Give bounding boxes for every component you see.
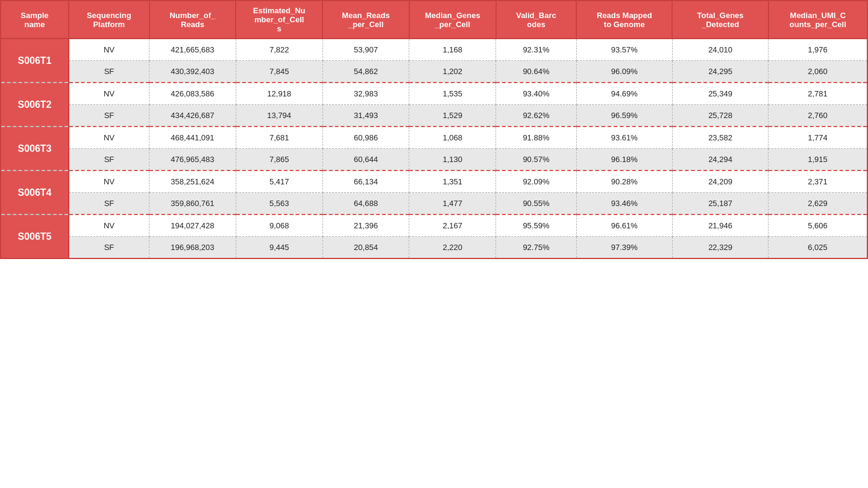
data-cell: 94.69%: [576, 83, 672, 105]
data-cell: 91.88%: [496, 127, 577, 149]
data-cell: 23,582: [672, 127, 768, 149]
data-cell: 468,441,091: [149, 127, 236, 149]
data-cell: 194,027,428: [149, 214, 236, 237]
data-cell: 7,865: [236, 149, 322, 171]
data-cell: 96.18%: [576, 149, 672, 171]
data-cell: 1,535: [409, 83, 496, 105]
data-cell: 64,688: [322, 193, 409, 215]
data-cell: 22,329: [672, 237, 768, 259]
data-cell: 476,965,483: [149, 149, 236, 171]
data-cell: 1,130: [409, 149, 496, 171]
data-cell: SF: [69, 105, 149, 127]
data-cell: NV: [69, 39, 149, 61]
data-cell: 31,493: [322, 105, 409, 127]
header-cell-1: Sequencing Platform: [69, 1, 149, 39]
data-cell: 359,860,761: [149, 193, 236, 215]
data-cell: 25,728: [672, 105, 768, 127]
data-cell: 66,134: [322, 170, 409, 193]
header-cell-2: Number_of_ Reads: [149, 1, 236, 39]
data-cell: 13,794: [236, 105, 322, 127]
data-cell: NV: [69, 127, 149, 149]
data-cell: 1,774: [769, 127, 867, 149]
data-cell: 2,371: [769, 170, 867, 193]
data-cell: 93.46%: [576, 193, 672, 215]
header-cell-7: Reads Mapped to Genome: [576, 1, 672, 39]
data-cell: 97.39%: [576, 237, 672, 259]
data-cell: 60,986: [322, 127, 409, 149]
table-row: SF434,426,68713,79431,4931,52992.62%96.5…: [1, 105, 867, 127]
table-row: SF476,965,4837,86560,6441,13090.57%96.18…: [1, 149, 867, 171]
data-cell: 1,477: [409, 193, 496, 215]
data-cell: 24,010: [672, 39, 768, 61]
data-cell: 90.57%: [496, 149, 577, 171]
data-cell: 90.28%: [576, 170, 672, 193]
header-cell-8: Total_Genes _Detected: [672, 1, 768, 39]
data-cell: 1,976: [769, 39, 867, 61]
data-cell: 60,644: [322, 149, 409, 171]
data-cell: 92.62%: [496, 105, 577, 127]
data-cell: 20,854: [322, 237, 409, 259]
data-cell: 5,563: [236, 193, 322, 215]
data-cell: NV: [69, 170, 149, 193]
data-cell: NV: [69, 83, 149, 105]
sample-cell-3: S006T4: [1, 170, 69, 214]
header-cell-5: Median_Genes _per_Cell: [409, 1, 496, 39]
data-table: Sample nameSequencing PlatformNumber_of_…: [0, 0, 868, 259]
data-cell: 1,168: [409, 39, 496, 61]
header-cell-4: Mean_Reads _per_Cell: [322, 1, 409, 39]
data-cell: 92.31%: [496, 39, 577, 61]
data-cell: 430,392,403: [149, 61, 236, 83]
data-cell: 358,251,624: [149, 170, 236, 193]
data-cell: 96.59%: [576, 105, 672, 127]
data-cell: 9,068: [236, 214, 322, 237]
data-cell: 2,220: [409, 237, 496, 259]
data-cell: 25,187: [672, 193, 768, 215]
data-cell: 32,983: [322, 83, 409, 105]
data-cell: 7,822: [236, 39, 322, 61]
data-cell: 1,068: [409, 127, 496, 149]
data-cell: 96.61%: [576, 214, 672, 237]
data-cell: 2,629: [769, 193, 867, 215]
data-cell: 7,845: [236, 61, 322, 83]
data-cell: SF: [69, 149, 149, 171]
data-cell: 21,946: [672, 214, 768, 237]
data-cell: 24,209: [672, 170, 768, 193]
data-cell: 92.75%: [496, 237, 577, 259]
data-cell: 2,760: [769, 105, 867, 127]
table-row: S006T5NV194,027,4289,06821,3962,16795.59…: [1, 214, 867, 237]
header-cell-0: Sample name: [1, 1, 69, 39]
table-row: SF430,392,4037,84554,8621,20290.64%96.09…: [1, 61, 867, 83]
data-cell: 6,025: [769, 237, 867, 259]
data-cell: 21,396: [322, 214, 409, 237]
data-cell: 426,083,586: [149, 83, 236, 105]
table-row: S006T3NV468,441,0917,68160,9861,06891.88…: [1, 127, 867, 149]
sample-cell-2: S006T3: [1, 127, 69, 170]
data-cell: SF: [69, 193, 149, 215]
data-cell: SF: [69, 61, 149, 83]
data-cell: 93.40%: [496, 83, 577, 105]
data-cell: 196,968,203: [149, 237, 236, 259]
data-cell: 24,294: [672, 149, 768, 171]
table-row: S006T4NV358,251,6245,41766,1341,35192.09…: [1, 170, 867, 193]
data-cell: 5,606: [769, 214, 867, 237]
data-cell: 421,665,683: [149, 39, 236, 61]
data-cell: SF: [69, 237, 149, 259]
table-row: S006T2NV426,083,58612,91832,9831,53593.4…: [1, 83, 867, 105]
data-cell: 2,060: [769, 61, 867, 83]
data-cell: 1,202: [409, 61, 496, 83]
data-cell: 434,426,687: [149, 105, 236, 127]
table-row: S006T1NV421,665,6837,82253,9071,16892.31…: [1, 39, 867, 61]
table-row: SF196,968,2039,44520,8542,22092.75%97.39…: [1, 237, 867, 259]
data-cell: 12,918: [236, 83, 322, 105]
table-wrapper: Sample nameSequencing PlatformNumber_of_…: [0, 0, 868, 259]
data-cell: 1,351: [409, 170, 496, 193]
data-cell: 90.55%: [496, 193, 577, 215]
data-cell: 92.09%: [496, 170, 577, 193]
header-cell-3: Estimated_Nu mber_of_Cell s: [236, 1, 322, 39]
data-cell: 96.09%: [576, 61, 672, 83]
data-cell: 1,915: [769, 149, 867, 171]
data-cell: 54,862: [322, 61, 409, 83]
data-cell: 5,417: [236, 170, 322, 193]
data-cell: 95.59%: [496, 214, 577, 237]
data-cell: 53,907: [322, 39, 409, 61]
